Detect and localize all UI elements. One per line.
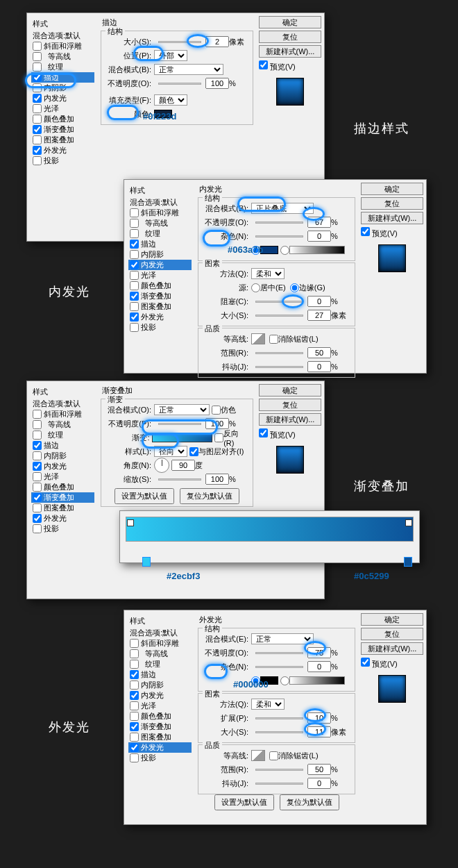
- blend-options-row[interactable]: 混合选项:默认: [31, 31, 94, 41]
- preview-row[interactable]: 预览(V): [259, 60, 321, 72]
- style-innershadow[interactable]: 内阴影: [31, 83, 94, 93]
- structure-group: 结构 大小(S):像素 位置(P):外部 混合模式(B):正常 不透明度(O):…: [101, 31, 253, 125]
- style-list: 样式 混合选项:默认 斜面和浮雕 等高线 纹理 描边 内阴影 内发光 光泽 颜色…: [30, 16, 96, 238]
- label-grad: 渐变叠加: [354, 478, 409, 494]
- newstyle-button[interactable]: 新建样式(W)...: [361, 212, 423, 224]
- label-stroke: 描边样式: [354, 120, 409, 137]
- style-satin[interactable]: 光泽: [31, 103, 94, 114]
- style-texture[interactable]: 纹理: [31, 62, 94, 72]
- newstyle-button[interactable]: 新建样式(W)...: [259, 45, 321, 58]
- blend-select[interactable]: 正常: [154, 64, 223, 75]
- style-innerglow[interactable]: 内发光: [31, 93, 94, 103]
- blend-select[interactable]: 正片叠底: [251, 203, 314, 214]
- hex-1: #0f223d: [143, 111, 176, 122]
- style-patternoverlay[interactable]: 图案叠加: [31, 135, 94, 145]
- size-input[interactable]: [205, 36, 229, 47]
- preview-swatch: [276, 78, 304, 106]
- dialog-outerglow: 样式 混合选项:默认 斜面和浮雕 等高线 纹理 描边 内阴影 内发光 光泽 颜色…: [124, 610, 427, 825]
- style-coloroverlay[interactable]: 颜色叠加: [31, 114, 94, 124]
- size-input[interactable]: [307, 310, 331, 321]
- size-slider[interactable]: [158, 41, 201, 43]
- gradient-editor: [119, 510, 420, 563]
- opacity-slider[interactable]: [158, 83, 201, 85]
- reset-button[interactable]: 复位: [361, 197, 423, 210]
- label-outerglow: 外发光: [49, 719, 90, 735]
- opacity-input[interactable]: [307, 217, 331, 228]
- label-innerglow: 内发光: [49, 283, 90, 300]
- dialog-innerglow: 样式 混合选项:默认 斜面和浮雕 等高线 纹理 描边 内阴影 内发光 光泽 颜色…: [124, 179, 427, 374]
- style-stroke[interactable]: 描边: [31, 72, 94, 83]
- style-outerglow[interactable]: 外发光: [31, 145, 94, 156]
- color-stop-left[interactable]: [142, 557, 151, 567]
- style-gradientoverlay[interactable]: 渐变叠加: [31, 124, 94, 135]
- ok-button[interactable]: 确定: [361, 183, 423, 195]
- styles-header: 样式: [31, 17, 94, 31]
- position-select[interactable]: 外部: [154, 50, 187, 61]
- style-contour[interactable]: 等高线: [31, 51, 94, 62]
- style-list2: 样式 混合选项:默认 斜面和浮雕 等高线 纹理 描边 内阴影 内发光 光泽 颜色…: [127, 183, 193, 370]
- color-stop-right[interactable]: [404, 557, 412, 567]
- ok-button[interactable]: 确定: [259, 16, 321, 28]
- style-dropshadow[interactable]: 投影: [31, 156, 94, 166]
- filltype-select[interactable]: 颜色: [154, 94, 187, 106]
- style-bevel[interactable]: 斜面和浮雕: [31, 41, 94, 51]
- gradient-picker[interactable]: [152, 433, 212, 442]
- reset-button[interactable]: 复位: [259, 31, 321, 43]
- right-buttons: 确定 复位 新建样式(W)... 预览(V): [259, 16, 321, 111]
- angle-dial[interactable]: [154, 458, 169, 473]
- opacity-input[interactable]: [205, 78, 229, 89]
- gradient-bar[interactable]: [126, 517, 414, 542]
